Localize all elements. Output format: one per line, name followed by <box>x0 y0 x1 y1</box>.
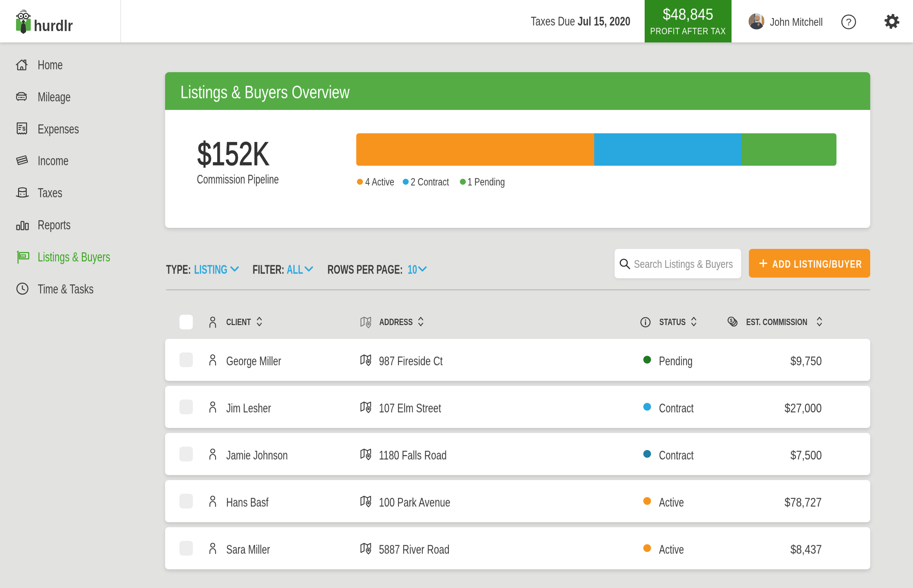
svg-text:$: $ <box>23 126 26 132</box>
svg-text:?: ? <box>846 16 852 27</box>
svg-text:SALE: SALE <box>20 255 26 257</box>
svg-text:$: $ <box>730 318 732 323</box>
